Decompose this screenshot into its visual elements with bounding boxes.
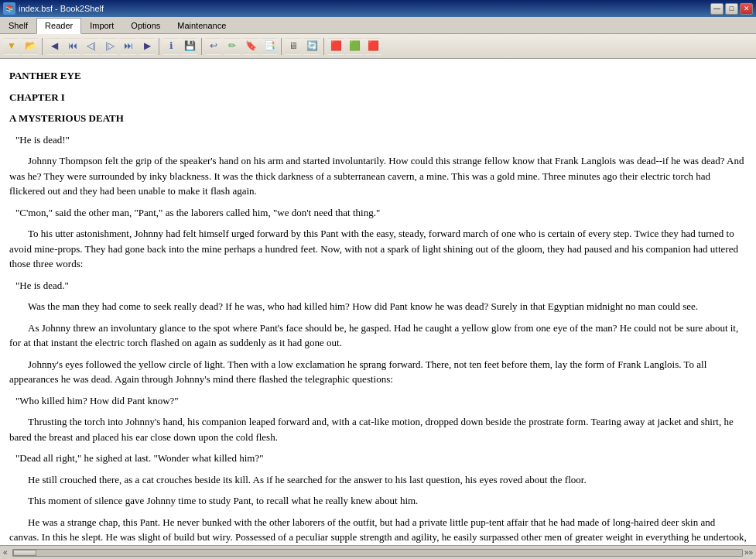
tab-options[interactable]: Options (122, 17, 169, 33)
toolbar-separator-2 (159, 38, 159, 55)
paragraph-12: He still crouched there, as a cat crouch… (9, 472, 747, 488)
forward2-button[interactable]: ▶ (139, 38, 156, 55)
tab-shelf[interactable]: Shelf (0, 17, 36, 33)
paragraph-14: He was a strange chap, this Pant. He nev… (9, 515, 747, 546)
red-action-button[interactable]: 🟥 (327, 38, 344, 55)
book-content[interactable]: PANTHER EYE CHAPTER I A MYSTERIOUS DEATH… (0, 59, 756, 545)
info-button[interactable]: ℹ (162, 38, 180, 55)
paragraph-1: "He is dead!" (9, 132, 747, 148)
paragraph-10: Thrusting the torch into Johnny's hand, … (9, 414, 747, 444)
edit-button[interactable]: ✏ (224, 38, 241, 55)
horizontal-scrollbar[interactable] (12, 549, 743, 557)
scroll-right-icon[interactable]: »» (744, 548, 753, 557)
paragraph-3: "C'mon," said the other man, "Pant," as … (9, 205, 747, 221)
app-title: index.bsf - Book2Shelf (19, 4, 104, 13)
close-action-button[interactable]: 🟥 (364, 38, 381, 55)
section-title: A MYSTERIOUS DEATH (9, 111, 747, 126)
tab-maintenance[interactable]: Maintenance (169, 17, 234, 33)
window-controls: — □ ✕ (710, 3, 753, 15)
chapter-heading: CHAPTER I (9, 90, 747, 105)
export-button[interactable]: 💾 (181, 38, 198, 55)
display-button[interactable]: 🖥 (285, 38, 302, 55)
paragraph-9: "Who killed him? How did Pant know?" (9, 393, 747, 409)
book-title: PANTHER EYE (9, 68, 747, 84)
tab-import[interactable]: Import (81, 17, 122, 33)
paragraph-5: "He is dead." (9, 278, 747, 293)
next-page-button[interactable]: |▷ (101, 38, 118, 55)
title-bar-left: 📚 index.bsf - Book2Shelf (3, 2, 104, 15)
back-button[interactable]: ◀ (46, 38, 63, 55)
maximize-button[interactable]: □ (725, 3, 738, 15)
minimize-button[interactable]: — (710, 3, 724, 15)
open-button[interactable]: 📂 (22, 38, 39, 55)
paragraph-7: As Johnny threw an involuntary glance to… (9, 321, 747, 351)
status-bar: « »» (0, 545, 756, 559)
prev-page-button[interactable]: ◁| (83, 38, 100, 55)
scrollbar-thumb[interactable] (13, 550, 36, 556)
app-icon: 📚 (3, 2, 15, 15)
paragraph-8: Johnny's eyes followed the yellow circle… (9, 357, 747, 387)
green-action-button[interactable]: 🟩 (346, 38, 363, 55)
bookmark-add-button[interactable]: 🔖 (242, 38, 259, 55)
undo-button[interactable]: ↩ (205, 38, 222, 55)
scroll-left-icon[interactable]: « (3, 548, 8, 557)
paragraph-2: Johnny Thompson felt the grip of the spe… (9, 153, 747, 199)
toolbar-separator-1 (42, 38, 43, 55)
toolbar-separator-4 (281, 38, 282, 55)
paragraph-6: Was the man they had come to seek really… (9, 299, 747, 314)
paragraph-11: "Dead all right," he sighed at last. "Wo… (9, 451, 747, 466)
refresh-button[interactable]: 🔄 (303, 38, 320, 55)
menu-bar: Shelf Reader Import Options Maintenance (0, 17, 756, 34)
bookmark-mgr-button[interactable]: 📑 (261, 38, 278, 55)
paragraph-13: This moment of silence gave Johnny time … (9, 493, 747, 509)
paragraph-4: To his utter astonishment, Johnny had fe… (9, 226, 747, 272)
toolbar-separator-3 (201, 38, 202, 55)
title-bar: 📚 index.bsf - Book2Shelf — □ ✕ (0, 0, 756, 17)
open-dropdown-button[interactable]: ▼ (3, 38, 20, 55)
toolbar: ▼ 📂 ◀ ⏮ ◁| |▷ ⏭ ▶ ℹ 💾 ↩ ✏ 🔖 📑 🖥 🔄 🟥 🟩 🟥 (0, 34, 756, 59)
forward-button[interactable]: ⏭ (120, 38, 137, 55)
backward-button[interactable]: ⏮ (64, 38, 81, 55)
toolbar-separator-5 (323, 38, 324, 55)
close-button[interactable]: ✕ (740, 3, 753, 15)
tab-reader[interactable]: Reader (36, 18, 81, 34)
